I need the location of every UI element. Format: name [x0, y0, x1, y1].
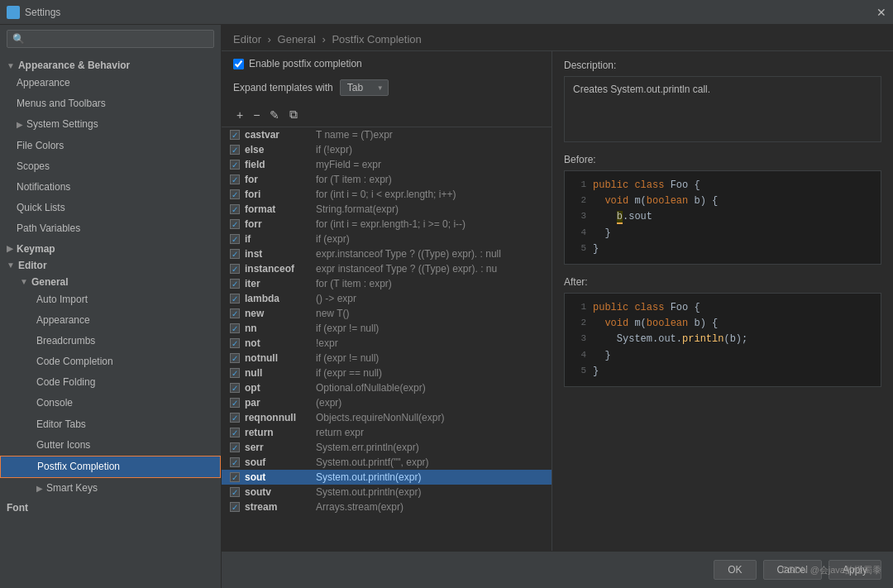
list-item[interactable]: ✓soutSystem.out.println(expr) [222, 470, 552, 485]
list-item[interactable]: ✓castvarT name = (T)expr [222, 127, 552, 142]
list-item[interactable]: ✓forrfor (int i = expr.length-1; i >= 0;… [222, 217, 552, 232]
completion-checkbox[interactable]: ✓ [230, 219, 240, 229]
enable-checkbox[interactable] [233, 59, 244, 69]
completion-desc: for (T item : expr) [316, 278, 392, 289]
sidebar-item-editor-tabs[interactable]: Editor Tabs [0, 414, 221, 435]
description-text: Creates System.out.println call. [573, 84, 710, 95]
sidebar-item-file-colors[interactable]: File Colors [0, 136, 221, 156]
completion-checkbox[interactable]: ✓ [230, 130, 240, 140]
completion-checkbox[interactable]: ✓ [230, 338, 240, 348]
list-item[interactable]: ✓notnullif (expr != null) [222, 351, 552, 366]
completion-checkbox[interactable]: ✓ [230, 398, 240, 408]
list-item[interactable]: ✓par(expr) [222, 395, 552, 410]
before-line-4: 4 } [573, 226, 872, 241]
completion-checkbox[interactable]: ✓ [230, 442, 240, 452]
list-item[interactable]: ✓streamArrays.stream(expr) [222, 500, 552, 514]
completion-key: iter [245, 278, 311, 289]
completion-checkbox[interactable]: ✓ [230, 174, 240, 184]
list-item[interactable]: ✓nnif (expr != null) [222, 321, 552, 336]
search-box[interactable] [0, 25, 221, 53]
list-item[interactable]: ✓nullif (expr == null) [222, 366, 552, 380]
list-item[interactable]: ✓instanceofexpr instanceof Type ? ((Type… [222, 261, 552, 276]
sidebar-item-font[interactable]: Font [0, 499, 221, 515]
completion-checkbox[interactable]: ✓ [230, 189, 240, 199]
completion-key: opt [245, 382, 311, 394]
list-item[interactable]: ✓soutvSystem.out.println(expr) [222, 485, 552, 500]
sidebar-item-appearance[interactable]: Appearance [0, 73, 221, 93]
completion-checkbox[interactable]: ✓ [230, 249, 240, 259]
sidebar-item-scopes[interactable]: Scopes [0, 156, 221, 177]
sidebar-item-notifications[interactable]: Notifications [0, 177, 221, 198]
completion-checkbox[interactable]: ✓ [230, 160, 240, 170]
sidebar-item-smart-keys[interactable]: ▶Smart Keys [0, 478, 221, 499]
list-item[interactable]: ✓returnreturn expr [222, 425, 552, 440]
remove-button[interactable]: − [250, 107, 263, 123]
expand-select[interactable]: Tab Enter [340, 79, 389, 96]
edit-button[interactable]: ✎ [266, 107, 283, 123]
completion-key: soutv [245, 486, 311, 498]
list-item[interactable]: ✓optOptional.ofNullable(expr) [222, 380, 552, 395]
completion-checkbox[interactable]: ✓ [230, 204, 240, 214]
completion-desc: if (expr != null) [316, 352, 379, 364]
list-item[interactable]: ✓lambda() -> expr [222, 291, 552, 306]
expand-select-wrapper[interactable]: Tab Enter [340, 79, 389, 96]
list-item[interactable]: ✓forifor (int i = 0; i < expr.length; i+… [222, 187, 552, 202]
sidebar-item-breadcrumbs[interactable]: Breadcrumbs [0, 331, 221, 351]
sidebar-item-postfix-completion[interactable]: Postfix Completion [0, 456, 221, 478]
sidebar-item-console[interactable]: Console [0, 393, 221, 414]
completion-checkbox[interactable]: ✓ [230, 472, 240, 482]
sidebar-item-path-variables[interactable]: Path Variables [0, 218, 221, 239]
sidebar-item-appearance-editor[interactable]: Appearance [0, 310, 221, 331]
sidebar-item-appearance-behavior[interactable]: ▼ Appearance & Behavior [0, 56, 221, 73]
completion-checkbox[interactable]: ✓ [230, 145, 240, 155]
completion-checkbox[interactable]: ✓ [230, 457, 240, 467]
list-item[interactable]: ✓serrSystem.err.println(expr) [222, 440, 552, 455]
completion-checkbox[interactable]: ✓ [230, 294, 240, 304]
search-input[interactable] [7, 30, 214, 48]
list-item[interactable]: ✓elseif (!expr) [222, 142, 552, 157]
list-item[interactable]: ✓not!expr [222, 336, 552, 351]
arrow-icon: ▶ [7, 244, 13, 253]
completion-checkbox[interactable]: ✓ [230, 487, 240, 497]
completion-checkbox[interactable]: ✓ [230, 428, 240, 437]
sidebar-item-code-completion[interactable]: Code Completion [0, 351, 221, 372]
list-item[interactable]: ✓instexpr.instanceof Type ? ((Type) expr… [222, 246, 552, 261]
add-button[interactable]: + [233, 107, 246, 123]
list-item[interactable]: ✓fieldmyField = expr [222, 157, 552, 172]
sidebar-item-quick-lists[interactable]: Quick Lists [0, 198, 221, 218]
completion-key: serr [245, 442, 311, 453]
sidebar-item-menus-toolbars[interactable]: Menus and Toolbars [0, 93, 221, 114]
list-item[interactable]: ✓soufSystem.out.printf("", expr) [222, 455, 552, 470]
completion-checkbox[interactable]: ✓ [230, 353, 240, 363]
completion-checkbox[interactable]: ✓ [230, 383, 240, 393]
completion-checkbox[interactable]: ✓ [230, 308, 240, 318]
sidebar-item-keymap[interactable]: ▶ Keymap [0, 240, 221, 256]
completion-checkbox[interactable]: ✓ [230, 234, 240, 244]
list-item[interactable]: ✓ifif (expr) [222, 232, 552, 246]
completion-checkbox[interactable]: ✓ [230, 368, 240, 378]
list-item[interactable]: ✓iterfor (T item : expr) [222, 276, 552, 291]
after-code-box: 1 public class Foo { 2 void m(boolean b)… [564, 293, 881, 387]
sidebar-item-editor[interactable]: ▼ Editor [0, 256, 221, 273]
left-panel: Enable postfix completion Expand templat… [222, 51, 552, 551]
list-item[interactable]: ✓reqnonnullObjects.requireNonNull(expr) [222, 410, 552, 425]
sidebar-item-auto-import[interactable]: Auto Import [0, 289, 221, 310]
list-item[interactable]: ✓formatString.format(expr) [222, 202, 552, 217]
completion-checkbox[interactable]: ✓ [230, 502, 240, 512]
completion-checkbox[interactable]: ✓ [230, 413, 240, 423]
sidebar-item-system-settings[interactable]: ▶System Settings [0, 114, 221, 135]
completion-desc: T name = (T)expr [316, 129, 393, 141]
sidebar-item-general[interactable]: ▼ General [0, 273, 221, 289]
list-item[interactable]: ✓forfor (T item : expr) [222, 172, 552, 187]
sidebar-item-gutter-icons[interactable]: Gutter Icons [0, 435, 221, 456]
before-line-5: 5 } [573, 241, 872, 257]
completion-checkbox[interactable]: ✓ [230, 279, 240, 289]
copy-button[interactable]: ⧉ [286, 106, 301, 123]
list-item[interactable]: ✓newnew T() [222, 306, 552, 321]
completion-checkbox[interactable]: ✓ [230, 264, 240, 274]
ok-button[interactable]: OK [714, 560, 756, 580]
completion-key: nn [245, 323, 311, 334]
sidebar-item-code-folding[interactable]: Code Folding [0, 372, 221, 393]
completion-checkbox[interactable]: ✓ [230, 323, 240, 333]
close-button[interactable]: ✕ [876, 6, 886, 19]
